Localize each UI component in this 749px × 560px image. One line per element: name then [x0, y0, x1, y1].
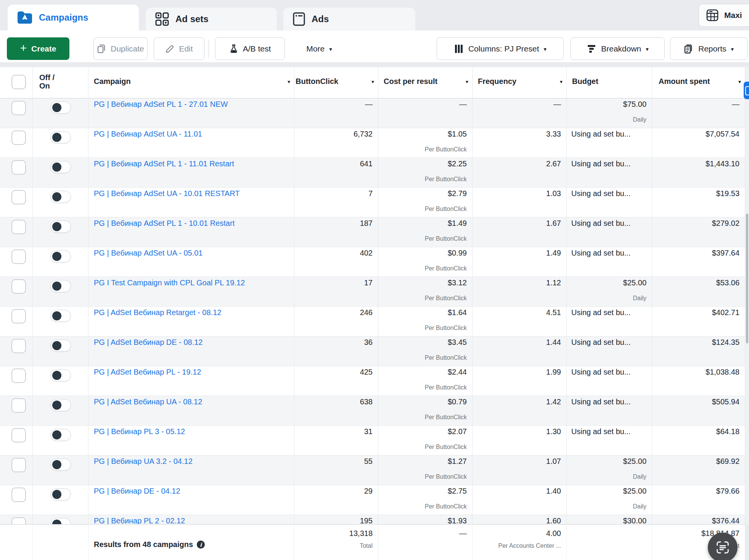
campaign-toggle[interactable]: [50, 161, 71, 173]
column-header-buttonclick[interactable]: ButtonClick ▾: [294, 67, 378, 98]
row-checkbox[interactable]: [11, 190, 26, 204]
buttonclick-cell: 36: [294, 336, 378, 366]
maximize-table-button[interactable]: Maxi: [699, 4, 749, 27]
amount-spent-value: $64.18: [652, 427, 739, 436]
campaign-toggle[interactable]: [50, 310, 71, 322]
row-checkbox[interactable]: [11, 249, 26, 264]
campaign-link[interactable]: PG I Test Campaign with CPL Goal PL 19.1…: [94, 278, 245, 287]
vertical-scrollbar-thumb[interactable]: [746, 214, 748, 343]
select-all-checkbox[interactable]: [11, 75, 26, 89]
more-button[interactable]: More ▾: [300, 37, 338, 60]
budget-value: Using ad set bu...: [571, 308, 652, 317]
columns-button-label: Columns: PJ Preset: [468, 44, 539, 53]
campaign-name-cell: PG | Вебинар AdSet PL 1 - 27.01 NEW: [88, 98, 294, 128]
tab-campaigns[interactable]: Campaigns: [8, 5, 139, 31]
campaign-link[interactable]: PG | Вебинар PL 2 - 02.12: [94, 517, 185, 524]
tab-ads[interactable]: Ads: [283, 8, 415, 31]
column-header-campaign[interactable]: Campaign ▾: [88, 67, 294, 98]
ab-test-button-label: A/B test: [243, 44, 271, 53]
campaign-link[interactable]: PG | AdSet Вебинар UA - 08.12: [94, 397, 202, 406]
cost-per-result-cell: $0.79Per ButtonClick: [378, 396, 473, 425]
column-header-budget[interactable]: Budget: [567, 67, 652, 98]
columns-button[interactable]: Columns: PJ Preset ▾: [437, 37, 564, 60]
amount-spent-cell: $376.44: [652, 515, 745, 524]
campaign-toggle[interactable]: [50, 250, 71, 262]
amount-spent-value: $7,057.54: [652, 130, 739, 138]
campaign-link[interactable]: PG | Вебинар PL 3 - 05.12: [94, 427, 185, 436]
campaign-toggle[interactable]: [50, 340, 71, 352]
breakdown-button[interactable]: Breakdown ▾: [571, 37, 665, 60]
row-checkbox[interactable]: [11, 309, 26, 323]
campaign-toggle[interactable]: [50, 369, 71, 381]
row-checkbox[interactable]: [11, 517, 26, 524]
budget-value: Using ad set bu...: [571, 249, 652, 257]
column-header-amount-spent[interactable]: Amount spent ▾: [652, 67, 745, 98]
frequency-value: 4.51: [473, 308, 561, 317]
row-checkbox[interactable]: [11, 220, 26, 234]
buttonclick-value: —: [294, 100, 373, 109]
row-checkbox[interactable]: [11, 369, 26, 383]
column-header-cost-per-result[interactable]: Cost per result ▾: [378, 67, 473, 98]
budget-value: $25.00: [567, 278, 646, 287]
row-checkbox[interactable]: [11, 101, 26, 115]
edit-button[interactable]: Edit: [154, 37, 204, 60]
budget-cell: $75.00Daily: [567, 98, 652, 128]
cost-value: $2.75: [378, 487, 467, 496]
buttonclick-cell: 55: [294, 455, 378, 485]
campaign-toggle[interactable]: [50, 399, 71, 411]
feedback-fab-button[interactable]: [708, 533, 738, 560]
row-checkbox[interactable]: [11, 160, 26, 175]
campaign-link[interactable]: PG | Вебинар AdSet UA - 11.01: [94, 130, 202, 138]
amount-spent-cell: $69.92: [652, 455, 745, 485]
amount-spent-cell: $7,057.54: [652, 128, 745, 158]
campaign-link[interactable]: PG | Вебинар UA 3.2 - 04.12: [94, 457, 193, 465]
campaign-link[interactable]: PG | Вебинар AdSet PL 1 - 11.01 Restart: [94, 159, 234, 168]
row-checkbox[interactable]: [11, 398, 26, 413]
row-checkbox[interactable]: [11, 130, 26, 145]
campaign-toggle[interactable]: [50, 191, 71, 203]
row-checkbox[interactable]: [11, 279, 26, 294]
maximize-grid-icon: [706, 9, 719, 22]
frequency-cell: 1.60: [473, 515, 567, 524]
campaign-link[interactable]: PG | Вебинар AdSet UA - 10.01 RESTART: [94, 189, 240, 198]
campaign-link[interactable]: PG | AdSet Вебинар PL - 19.12: [94, 368, 201, 376]
campaign-toggle[interactable]: [50, 518, 71, 524]
campaign-link[interactable]: PG | AdSet Вебинар DE - 08.12: [94, 338, 203, 346]
column-header-frequency[interactable]: Frequency ▾: [473, 67, 567, 98]
tab-adsets[interactable]: Ad sets: [146, 8, 277, 31]
toggle-knob: [52, 252, 61, 261]
campaign-link[interactable]: PG | Вебинар AdSet PL 1 - 27.01 NEW: [94, 100, 228, 108]
campaign-link[interactable]: PG | Вебинар DE - 04.12: [94, 487, 180, 495]
clipped-blue-button[interactable]: [744, 82, 749, 99]
buttonclick-value: 638: [294, 397, 373, 406]
campaign-link[interactable]: PG | AdSet Вебинар Retarget - 08.12: [94, 308, 221, 317]
duplicate-button[interactable]: Duplicate: [93, 37, 148, 60]
create-button[interactable]: + Create: [7, 37, 69, 60]
buttonclick-cell: 31: [294, 426, 378, 455]
campaign-toggle[interactable]: [50, 429, 71, 441]
cost-sublabel: Per ButtonClick: [378, 206, 467, 212]
campaign-toggle[interactable]: [50, 488, 71, 500]
campaign-toggle[interactable]: [50, 101, 71, 114]
row-checkbox[interactable]: [11, 488, 26, 502]
row-checkbox[interactable]: [11, 458, 26, 472]
campaign-link[interactable]: PG | Вебинар AdSet UA - 05.01: [94, 249, 203, 257]
amount-spent-cell: $505.94: [652, 396, 745, 425]
frequency-cell: 1.12: [473, 277, 567, 306]
summary-frequency-cell: 4.00 Per Accounts Center ...: [473, 525, 567, 560]
frequency-cell: 1.30: [473, 426, 567, 455]
toggle-knob: [52, 401, 61, 410]
row-toggle-cell: [33, 485, 88, 515]
row-checkbox[interactable]: [11, 428, 26, 443]
budget-cell: $25.00Daily: [567, 455, 652, 485]
amount-spent-cell: $1,038.48: [652, 366, 745, 396]
reports-button[interactable]: Reports ▾: [670, 37, 747, 60]
row-checkbox[interactable]: [11, 339, 26, 353]
campaign-link[interactable]: PG | Вебинар AdSet PL 1 - 10.01 Restart: [94, 219, 235, 227]
info-icon[interactable]: i: [197, 541, 205, 549]
campaign-toggle[interactable]: [50, 280, 71, 292]
campaign-toggle[interactable]: [50, 459, 71, 471]
campaign-toggle[interactable]: [50, 220, 71, 233]
campaign-toggle[interactable]: [50, 131, 71, 143]
ab-test-button[interactable]: A/B test: [215, 37, 285, 60]
